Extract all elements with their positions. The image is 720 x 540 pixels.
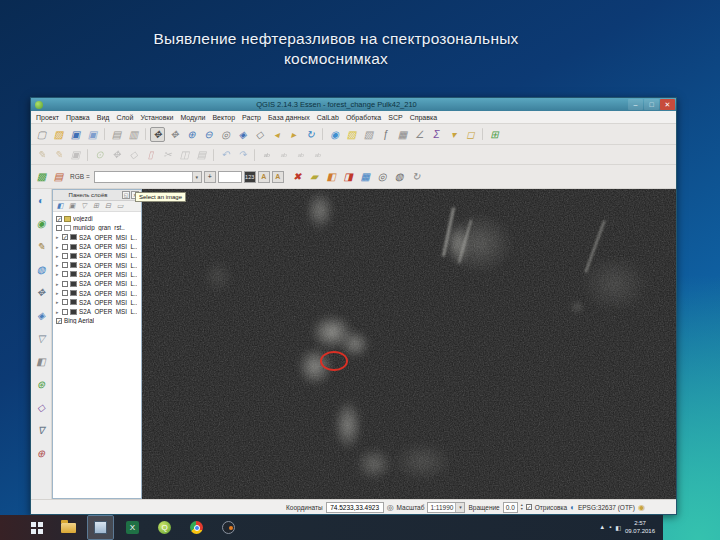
label-icon[interactable]: ab bbox=[259, 147, 274, 162]
move-feature-icon[interactable]: ✥ bbox=[109, 147, 124, 162]
refresh-map-icon[interactable]: ↻ bbox=[303, 127, 318, 142]
save-project-icon[interactable]: ▣ bbox=[68, 127, 83, 142]
expand-all-icon[interactable]: ⊞ bbox=[91, 201, 101, 211]
refresh-classification-icon[interactable]: ↻ bbox=[409, 169, 424, 184]
filter-legend-icon[interactable]: ▽ bbox=[79, 201, 89, 211]
layer-expand-icon[interactable]: ▸ bbox=[56, 290, 60, 296]
undo-icon[interactable]: ↶ bbox=[218, 147, 233, 162]
current-edits-icon[interactable]: ✎ bbox=[34, 147, 49, 162]
remove-layer-icon[interactable]: ▭ bbox=[115, 201, 125, 211]
layer-styling-icon[interactable]: ◧ bbox=[55, 201, 65, 211]
move-label-icon[interactable]: ab bbox=[276, 147, 291, 162]
statistics-icon[interactable]: Σ bbox=[429, 127, 444, 142]
render-checkbox[interactable]: ✓ bbox=[526, 504, 532, 510]
media-player-app[interactable] bbox=[216, 516, 241, 539]
layer-visibility-checkbox[interactable]: ✓ bbox=[56, 318, 62, 324]
scp-plugin-icon[interactable]: ▩ bbox=[34, 169, 49, 184]
measure-icon[interactable]: ∠ bbox=[412, 127, 427, 142]
triangle-tool-icon[interactable]: ▽ bbox=[34, 331, 48, 345]
menu-item[interactable]: SCP bbox=[388, 114, 402, 121]
crs-status[interactable]: EPSG:32637 (OTF) bbox=[578, 504, 635, 511]
layer-row-s2a[interactable]: ▸ S2A_OPER_MSI_L.. bbox=[53, 288, 141, 297]
layer-row-s2a[interactable]: ▸ S2A_OPER_MSI_L.. bbox=[53, 298, 141, 307]
layer-visibility-checkbox[interactable] bbox=[56, 225, 62, 231]
menu-item[interactable]: Слой bbox=[116, 114, 133, 121]
band-set-icon[interactable]: ▤ bbox=[51, 169, 66, 184]
roi-delete-icon[interactable]: ✖ bbox=[290, 169, 305, 184]
stretch-b-button[interactable]: A bbox=[272, 171, 284, 183]
zoom-in-icon[interactable]: ⊕ bbox=[184, 127, 199, 142]
start-button[interactable] bbox=[24, 516, 49, 539]
change-label-icon[interactable]: ab bbox=[310, 147, 325, 162]
delete-selected-icon[interactable]: ▯ bbox=[143, 147, 158, 162]
layer-visibility-checkbox[interactable] bbox=[62, 253, 68, 259]
identify-icon[interactable]: ◉ bbox=[327, 127, 342, 142]
layer-visibility-checkbox[interactable] bbox=[62, 290, 68, 296]
georeferencer-icon[interactable]: ◉ bbox=[34, 216, 48, 230]
grid-icon[interactable]: ▦ bbox=[358, 169, 373, 184]
pan-selection-icon[interactable]: ✥ bbox=[167, 127, 182, 142]
layer-visibility-checkbox[interactable]: ✓ bbox=[56, 216, 62, 222]
copy-features-icon[interactable]: ◫ bbox=[177, 147, 192, 162]
layer-expand-icon[interactable]: ▸ bbox=[56, 234, 60, 240]
layer-expand-icon[interactable]: ▸ bbox=[56, 244, 60, 250]
half-square-tool-icon[interactable]: ◧ bbox=[34, 354, 48, 368]
value-display-button[interactable]: 123 bbox=[244, 171, 256, 183]
layer-row-s2a[interactable]: ▸ S2A_OPER_MSI_L.. bbox=[53, 251, 141, 260]
menu-item[interactable]: CalLab bbox=[317, 114, 339, 121]
layer-row-s2a[interactable]: ▸ S2A_OPER_MSI_L.. bbox=[53, 242, 141, 251]
layer-expand-icon[interactable]: ▸ bbox=[56, 262, 60, 268]
globe-tool-icon[interactable]: ◍ bbox=[34, 262, 48, 276]
layer-row-s2a[interactable]: ▸ ✓ S2A_OPER_MSI_L.. bbox=[53, 233, 141, 242]
cut-features-icon[interactable]: ✂ bbox=[160, 147, 175, 162]
menu-item[interactable]: Проект bbox=[36, 114, 59, 121]
nabla-tool-icon[interactable]: ∇ bbox=[34, 423, 48, 437]
menu-item[interactable]: Модули bbox=[180, 114, 205, 121]
layer-visibility-checkbox[interactable] bbox=[62, 281, 68, 287]
window-titlebar[interactable]: QGIS 2.14.3 Essen - forest_change Pulk42… bbox=[31, 98, 676, 111]
plugin-grid-icon[interactable]: ⊞ bbox=[487, 127, 502, 142]
roi-polygon-icon[interactable]: ▰ bbox=[307, 169, 322, 184]
annotation-icon[interactable]: ◻ bbox=[463, 127, 478, 142]
map-canvas[interactable] bbox=[142, 189, 676, 499]
composer-manager-icon[interactable]: ▥ bbox=[126, 127, 141, 142]
crs-globe-icon[interactable]: ◐ bbox=[570, 503, 575, 512]
save-as-icon[interactable]: ▣ bbox=[85, 127, 100, 142]
file-explorer-app[interactable] bbox=[56, 516, 81, 539]
mouse-position-icon[interactable]: ◎ bbox=[387, 503, 394, 512]
zoom-selection-icon[interactable]: ◇ bbox=[252, 127, 267, 142]
layer-row-s2a[interactable]: ▸ S2A_OPER_MSI_L.. bbox=[53, 279, 141, 288]
spectral-pointer-icon[interactable]: ◎ bbox=[375, 169, 390, 184]
layer-visibility-checkbox[interactable]: ✓ bbox=[62, 234, 68, 240]
layer-expand-icon[interactable]: ▸ bbox=[56, 299, 60, 305]
band-right-icon[interactable]: ◨ bbox=[341, 169, 356, 184]
bookmark-icon[interactable]: ▾ bbox=[446, 127, 461, 142]
rotate-label-icon[interactable]: ab bbox=[293, 147, 308, 162]
menu-item[interactable]: Установки bbox=[140, 114, 173, 121]
tray-show-hidden-icon[interactable]: ▲ bbox=[599, 524, 605, 531]
close-button[interactable]: ✕ bbox=[660, 99, 675, 110]
tray-network-icon[interactable]: ▪ bbox=[609, 524, 611, 531]
band-left-icon[interactable]: ◧ bbox=[324, 169, 339, 184]
active-viewer-app[interactable] bbox=[88, 516, 113, 539]
scale-combo[interactable]: 1:11990▾ bbox=[427, 502, 465, 513]
messages-icon[interactable]: ◉ bbox=[638, 503, 645, 512]
preview-icon[interactable]: ◍ bbox=[392, 169, 407, 184]
layer-visibility-checkbox[interactable] bbox=[62, 309, 68, 315]
maximize-button[interactable]: □ bbox=[644, 99, 659, 110]
minimize-button[interactable]: – bbox=[628, 99, 643, 110]
layer-expand-icon[interactable]: ▸ bbox=[56, 281, 60, 287]
layer-visibility-checkbox[interactable] bbox=[62, 271, 68, 277]
move-tool-icon[interactable]: ✥ bbox=[34, 285, 48, 299]
scp-dock-icon[interactable]: ◐ bbox=[34, 193, 48, 207]
layer-row-municip[interactable]: municip_gran_rst.. bbox=[53, 223, 141, 232]
threshold-input[interactable] bbox=[218, 171, 242, 183]
menu-item[interactable]: Растр bbox=[242, 114, 261, 121]
attribute-table-icon[interactable]: ▦ bbox=[395, 127, 410, 142]
select-features-icon[interactable]: ▧ bbox=[344, 127, 359, 142]
tray-volume-icon[interactable]: ◧ bbox=[615, 524, 621, 531]
taskbar-clock[interactable]: 2:57 09.07.2016 bbox=[625, 520, 655, 535]
rotation-spinner[interactable]: 0.0 bbox=[503, 502, 518, 513]
layer-visibility-checkbox[interactable] bbox=[62, 244, 68, 250]
add-group-icon[interactable]: ▣ bbox=[67, 201, 77, 211]
